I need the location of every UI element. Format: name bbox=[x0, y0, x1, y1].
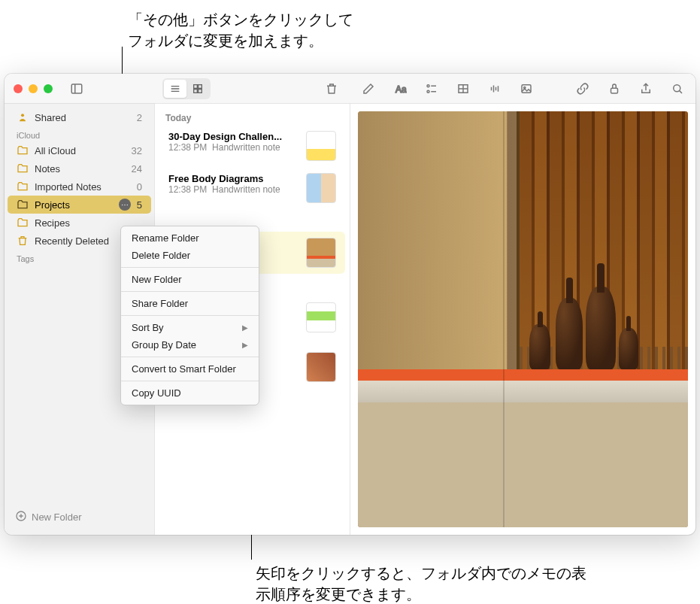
svg-point-14 bbox=[427, 84, 429, 87]
audio-button[interactable] bbox=[484, 78, 505, 99]
new-folder-button[interactable]: New Folder bbox=[5, 504, 154, 530]
note-subtitle: Handwritten note bbox=[212, 184, 280, 195]
note-time: 12:38 PM bbox=[168, 142, 207, 153]
menu-convert-smart-folder[interactable]: Convert to Smart Folder bbox=[121, 360, 259, 378]
svg-rect-25 bbox=[522, 84, 531, 93]
view-toggle bbox=[162, 78, 211, 99]
note-time: 12:38 PM bbox=[168, 184, 207, 195]
sidebar-item-label: Imported Notes bbox=[35, 181, 131, 193]
sidebar-item-count: 32 bbox=[132, 145, 142, 156]
note-thumbnail bbox=[306, 302, 336, 332]
folder-icon bbox=[17, 199, 29, 211]
menu-separator bbox=[121, 315, 259, 316]
plus-circle-icon bbox=[15, 510, 27, 524]
sidebar-toggle-icon[interactable] bbox=[66, 78, 87, 99]
folder-icon bbox=[17, 162, 29, 175]
menu-separator bbox=[121, 357, 259, 357]
menu-label: Sort By bbox=[132, 322, 164, 333]
svg-point-16 bbox=[427, 90, 429, 93]
sidebar-item-all-icloud[interactable]: All iCloud 32 bbox=[8, 141, 151, 159]
chevron-right-icon: ▶ bbox=[242, 323, 248, 332]
note-row[interactable]: 30-Day Design Challen... 12:38 PM Handwr… bbox=[159, 125, 345, 167]
note-thumbnail bbox=[306, 352, 336, 382]
new-folder-label: New Folder bbox=[32, 511, 81, 523]
lock-button[interactable] bbox=[604, 78, 625, 99]
sidebar-item-label: All iCloud bbox=[35, 145, 126, 156]
sidebar-item-shared[interactable]: Shared 2 bbox=[8, 108, 151, 126]
menu-label: Group By Date bbox=[132, 339, 196, 351]
sidebar-item-count: 24 bbox=[132, 163, 142, 175]
share-button[interactable] bbox=[635, 78, 656, 99]
close-button[interactable] bbox=[14, 84, 23, 93]
grid-view-button[interactable] bbox=[186, 80, 209, 98]
sidebar-item-projects[interactable]: Projects ⋯ 5 bbox=[8, 196, 151, 214]
svg-rect-11 bbox=[194, 89, 198, 93]
note-thumbnail bbox=[306, 131, 336, 161]
date-header-today: Today bbox=[155, 108, 350, 125]
search-button[interactable] bbox=[667, 78, 688, 99]
sidebar-item-label: Projects bbox=[35, 199, 113, 211]
delete-note-button[interactable] bbox=[321, 78, 342, 99]
note-editor: Aa bbox=[350, 104, 695, 535]
folder-icon bbox=[17, 144, 29, 156]
svg-point-28 bbox=[674, 84, 680, 91]
svg-line-29 bbox=[680, 90, 682, 93]
menu-group-by-date[interactable]: Group By Date▶ bbox=[121, 336, 259, 354]
svg-rect-12 bbox=[198, 89, 202, 93]
note-row[interactable]: Free Body Diagrams 12:38 PM Handwritten … bbox=[159, 167, 345, 209]
callout-bottom: 矢印をクリックすると、フォルダ内でのメモの表示順序を変更できます。 bbox=[256, 563, 586, 604]
editor-toolbar: Aa bbox=[350, 74, 695, 104]
sidebar-item-imported[interactable]: Imported Notes 0 bbox=[8, 178, 151, 196]
menu-separator bbox=[121, 381, 259, 381]
menu-separator bbox=[121, 267, 259, 268]
shared-label: Shared bbox=[35, 112, 131, 123]
folder-icon bbox=[17, 181, 29, 193]
notes-window: Shared 2 iCloud All iCloud 32 Notes 24 I… bbox=[5, 74, 695, 535]
zoom-button[interactable] bbox=[44, 84, 53, 93]
svg-text:Aa: Aa bbox=[395, 83, 407, 94]
menu-copy-uuid[interactable]: Copy UUID bbox=[121, 384, 259, 402]
list-view-button[interactable] bbox=[164, 80, 186, 98]
media-button[interactable] bbox=[516, 78, 537, 99]
note-title: Free Body Diagrams bbox=[168, 173, 298, 184]
note-thumbnail bbox=[306, 173, 336, 203]
note-thumbnail bbox=[306, 238, 336, 268]
menu-new-folder[interactable]: New Folder bbox=[121, 271, 259, 288]
note-content[interactable] bbox=[350, 104, 695, 535]
note-image bbox=[358, 111, 688, 527]
table-button[interactable] bbox=[453, 78, 474, 99]
more-button[interactable]: ⋯ bbox=[119, 199, 131, 211]
menu-sort-by[interactable]: Sort By▶ bbox=[121, 319, 259, 336]
sidebar-item-count: 5 bbox=[137, 199, 142, 211]
callout-top: 「その他」ボタンをクリックしてフォルダに変更を加えます。 bbox=[128, 9, 361, 51]
note-subtitle: Handwritten note bbox=[212, 142, 280, 153]
menu-delete-folder[interactable]: Delete Folder bbox=[121, 247, 259, 264]
svg-rect-27 bbox=[611, 88, 618, 93]
menu-share-folder[interactable]: Share Folder bbox=[121, 295, 259, 312]
trash-icon bbox=[17, 235, 29, 247]
folder-icon bbox=[17, 217, 29, 229]
menu-rename-folder[interactable]: Rename Folder bbox=[121, 229, 259, 247]
minimize-button[interactable] bbox=[29, 84, 38, 93]
notelist-toolbar bbox=[155, 74, 350, 104]
folder-context-menu: Rename Folder Delete Folder New Folder S… bbox=[120, 226, 259, 405]
format-button[interactable]: Aa bbox=[389, 78, 411, 99]
link-button[interactable] bbox=[572, 78, 593, 99]
sidebar-item-notes[interactable]: Notes 24 bbox=[8, 159, 151, 178]
menu-separator bbox=[121, 291, 259, 292]
sidebar-item-label: Notes bbox=[35, 163, 126, 175]
svg-rect-9 bbox=[194, 84, 198, 88]
sidebar-item-count: 0 bbox=[137, 181, 142, 193]
note-title: 30-Day Design Challen... bbox=[168, 131, 298, 142]
shared-icon bbox=[17, 111, 29, 123]
icloud-section-header: iCloud bbox=[5, 126, 154, 141]
chevron-right-icon: ▶ bbox=[242, 341, 248, 349]
svg-rect-0 bbox=[71, 84, 82, 93]
window-controls bbox=[14, 84, 53, 93]
checklist-button[interactable] bbox=[421, 78, 442, 99]
shared-count: 2 bbox=[137, 112, 142, 123]
svg-rect-10 bbox=[198, 84, 202, 88]
compose-button[interactable] bbox=[358, 78, 379, 99]
svg-point-2 bbox=[21, 114, 24, 117]
